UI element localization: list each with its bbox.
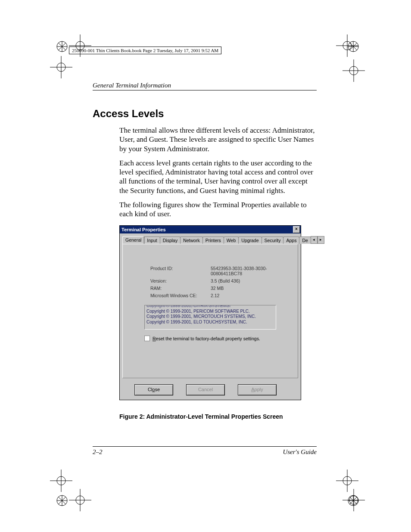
- dialog-title: Terminal Properties: [121, 227, 166, 232]
- product-id-label: Product ID:: [150, 266, 211, 276]
- crop-mark-icon: [342, 59, 365, 82]
- tab-strip: General Input Display Network Printers W…: [122, 236, 298, 244]
- dialog-titlebar: Terminal Properties ×: [120, 226, 301, 233]
- tab-security[interactable]: Security: [262, 236, 284, 244]
- close-button[interactable]: Close: [134, 384, 173, 395]
- tab-upgrade[interactable]: Upgrade: [238, 236, 262, 244]
- reset-label: Reset the terminal to factory-default pr…: [153, 336, 260, 341]
- version-label: Version:: [150, 278, 211, 283]
- section-header: General Terminal Information: [93, 82, 317, 90]
- dialog-button-row: Close Cancel Apply: [134, 384, 301, 395]
- rosette-icon: [56, 40, 68, 53]
- tab-general[interactable]: General: [122, 236, 144, 244]
- cancel-button: Cancel: [186, 384, 225, 395]
- tab-network[interactable]: Network: [180, 236, 203, 244]
- reset-checkbox-row[interactable]: Reset the terminal to factory-default pr…: [144, 336, 276, 341]
- tab-input[interactable]: Input: [144, 236, 160, 244]
- copyright-line: Copyright © 1999-2001, ELO TOUCHSYSTEM, …: [146, 320, 274, 325]
- crop-mark-icon: [69, 489, 91, 511]
- tab-scroll-left-icon[interactable]: ◂: [311, 236, 318, 244]
- body-paragraph: Each access level grants certain rights …: [119, 159, 317, 195]
- ram-value: 32 MB: [211, 286, 289, 291]
- tab-display[interactable]: Display: [160, 236, 181, 244]
- figure-caption: Figure 2: Administrator-Level Terminal P…: [119, 413, 317, 420]
- terminal-properties-dialog: Terminal Properties × General Input Disp…: [119, 225, 301, 400]
- ram-label: RAM:: [150, 286, 211, 291]
- page-heading: Access Levels: [93, 108, 317, 120]
- tab-apps[interactable]: Apps: [283, 236, 299, 244]
- copyright-line: Copyright © 1999-2001, CITRIX SYSTEMS.: [146, 305, 274, 309]
- crop-mark-icon: [50, 56, 72, 78]
- tab-web[interactable]: Web: [224, 236, 239, 244]
- rosette-icon: [347, 495, 359, 507]
- close-icon[interactable]: ×: [293, 226, 300, 233]
- page-footer: 2–2 User's Guide: [93, 446, 317, 456]
- footer-title: User's Guide: [283, 448, 317, 456]
- wince-label: Microsoft Windows CE:: [150, 293, 211, 298]
- apply-button: Apply: [238, 384, 277, 395]
- version-value: 3.5 (Build 436): [211, 278, 289, 283]
- tab-panel-general: Product ID: 55423953-3031-3038-3030-0080…: [122, 244, 298, 378]
- tab-printers[interactable]: Printers: [202, 236, 224, 244]
- rosette-icon: [56, 495, 68, 507]
- body-paragraph: The following figures show the Terminal …: [119, 200, 317, 219]
- copyright-line: Copyright © 1999-2001, MICROTOUCH SYSTEM…: [146, 314, 274, 320]
- tab-overflow[interactable]: De: [299, 236, 311, 244]
- copyright-line: Copyright © 1999-2001, PERICOM SOFTWARE …: [146, 309, 274, 314]
- reset-checkbox[interactable]: [144, 336, 150, 341]
- product-id-value: 55423953-3031-3038-3030-00806411BC78: [211, 266, 289, 276]
- wince-value: 2.12: [211, 293, 289, 298]
- print-header: 250090-001 Thin Clients Book.book Page 2…: [69, 47, 221, 54]
- figure: Terminal Properties × General Input Disp…: [119, 225, 317, 400]
- rosette-icon: [347, 40, 359, 53]
- body-paragraph: The terminal allows three different leve…: [119, 126, 317, 153]
- tab-scroll-right-icon[interactable]: ▸: [318, 236, 324, 244]
- page-number: 2–2: [93, 448, 103, 456]
- copyright-box: Copyright © 1999-2001, CITRIX SYSTEMS. C…: [144, 305, 276, 330]
